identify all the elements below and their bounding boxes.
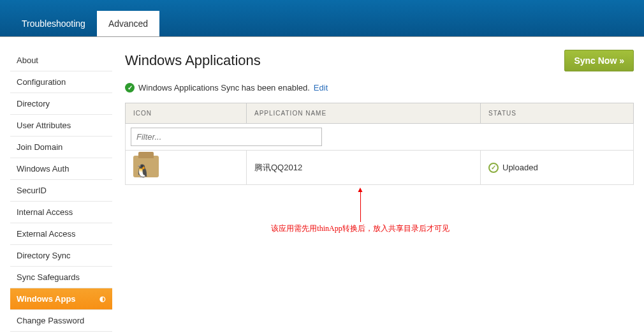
- table-row[interactable]: 腾讯QQ2012 ✓ Uploaded: [126, 151, 634, 185]
- page-title: Windows Applications: [125, 52, 261, 69]
- top-tab-bar: Troubleshooting Advanced: [0, 0, 644, 37]
- annotation: ▲ 该应用需先用thinApp转换后，放入共享目录后才可见: [278, 188, 634, 234]
- sidebar-item-user-attributes[interactable]: User Attributes: [10, 115, 112, 137]
- sidebar-item-join-domain[interactable]: Join Domain: [10, 137, 112, 158]
- status-message: ✓ Windows Applications Sync has been ena…: [125, 83, 634, 93]
- sidebar-item-about[interactable]: About: [10, 50, 112, 71]
- check-circle-icon: ✓: [125, 83, 135, 93]
- check-circle-icon: ✓: [488, 163, 499, 173]
- sidebar-item-external-access[interactable]: External Access: [10, 223, 112, 245]
- sidebar-item-configuration[interactable]: Configuration: [10, 71, 112, 93]
- main-content: Windows Applications Sync Now » ✓ Window…: [125, 50, 634, 332]
- sidebar: About Configuration Directory User Attri…: [10, 50, 112, 332]
- sidebar-item-label: Windows Apps: [17, 294, 76, 304]
- column-header-icon: ICON: [126, 103, 247, 124]
- sidebar-item-directory-sync[interactable]: Directory Sync: [10, 245, 112, 267]
- sidebar-item-windows-auth[interactable]: Windows Auth: [10, 158, 112, 180]
- chevron-right-icon: ◐: [99, 295, 106, 303]
- tab-troubleshooting[interactable]: Troubleshooting: [10, 11, 97, 36]
- sidebar-item-sync-safeguards[interactable]: Sync Safeguards: [10, 267, 112, 288]
- sidebar-item-internal-access[interactable]: Internal Access: [10, 202, 112, 223]
- filter-input[interactable]: [131, 128, 322, 146]
- sidebar-item-change-password[interactable]: Change Password: [10, 310, 112, 332]
- arrow-up-icon: ▲: [182, 188, 538, 191]
- edit-link[interactable]: Edit: [314, 83, 328, 93]
- status-text: Windows Applications Sync has been enabl…: [138, 83, 310, 93]
- tab-advanced[interactable]: Advanced: [97, 11, 159, 36]
- column-header-name: APPLICATION NAME: [247, 103, 481, 124]
- applications-table: ICON APPLICATION NAME STATUS 腾讯QQ2012: [125, 103, 634, 185]
- annotation-text: 该应用需先用thinApp转换后，放入共享目录后才可见: [182, 223, 538, 234]
- sidebar-item-windows-apps[interactable]: Windows Apps ◐: [10, 288, 112, 310]
- app-name-cell: 腾讯QQ2012: [247, 151, 481, 185]
- sidebar-item-securid[interactable]: SecurID: [10, 180, 112, 202]
- column-header-status: STATUS: [481, 103, 634, 124]
- status-label: Uploaded: [502, 163, 538, 172]
- sidebar-item-directory[interactable]: Directory: [10, 93, 112, 115]
- sync-now-button[interactable]: Sync Now »: [564, 50, 634, 71]
- app-icon: [133, 156, 159, 177]
